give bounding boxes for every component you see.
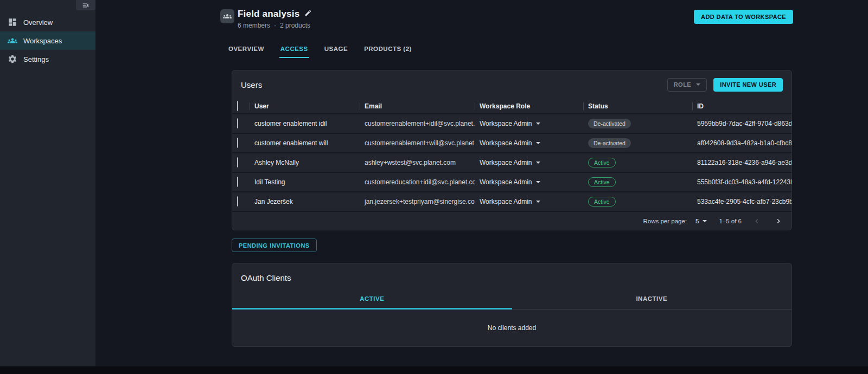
row-checkbox[interactable] bbox=[237, 196, 238, 207]
subtitle-separator: · bbox=[274, 22, 276, 29]
chevron-down-icon bbox=[703, 220, 707, 222]
column-header-workspace-role: Workspace Role bbox=[475, 102, 583, 110]
workspace-avatar bbox=[220, 9, 234, 23]
workspace-title-block: Field analysis 6 members · 2 products bbox=[238, 9, 312, 29]
gear-icon bbox=[8, 54, 17, 64]
workspace-role-dropdown[interactable]: Workspace Admin bbox=[475, 139, 583, 147]
users-panel-title: Users bbox=[241, 80, 262, 89]
user-id: 533ac4fe-2905-4cfc-afb7-23cb9b60... bbox=[692, 198, 792, 205]
workspace-role-dropdown[interactable]: Workspace Admin bbox=[475, 198, 583, 205]
products-count: 2 products bbox=[280, 22, 310, 29]
menu-collapse-icon bbox=[82, 2, 90, 9]
user-email: jan.jezersek+testpriyam@sinergise.com bbox=[360, 198, 475, 205]
pending-invitations-button[interactable]: PENDING INVITATIONS bbox=[232, 238, 317, 252]
rows-per-page-label: Rows per page: bbox=[643, 218, 687, 224]
app-window: Overview Workspaces Settings Field analy… bbox=[0, 0, 868, 366]
chevron-right-icon bbox=[774, 217, 783, 225]
workspace-role-dropdown[interactable]: Workspace Admin bbox=[475, 159, 583, 166]
status-badge: De-activated bbox=[588, 119, 631, 128]
role-filter-dropdown[interactable]: ROLE bbox=[667, 78, 707, 92]
row-checkbox[interactable] bbox=[237, 138, 238, 148]
chevron-down-icon bbox=[696, 83, 700, 86]
table-pagination: Rows per page: 5 1–5 of 6 bbox=[232, 211, 792, 230]
members-count: 6 members bbox=[238, 22, 270, 29]
tab-usage[interactable]: USAGE bbox=[323, 46, 349, 58]
next-page-button[interactable] bbox=[772, 217, 785, 225]
status-badge: Active bbox=[588, 197, 616, 207]
edit-title-button[interactable] bbox=[304, 9, 312, 19]
column-header-email: Email bbox=[360, 102, 475, 110]
main-content: Field analysis 6 members · 2 products AD… bbox=[95, 0, 868, 366]
chevron-down-icon bbox=[536, 201, 540, 203]
workspace-role-dropdown[interactable]: Workspace Admin bbox=[475, 120, 583, 127]
add-data-to-workspace-button[interactable]: ADD DATA TO WORKSPACE bbox=[694, 10, 793, 24]
oauth-clients-panel: OAuth Clients ACTIVE INACTIVE No clients… bbox=[232, 263, 792, 347]
status-cell: De-activated bbox=[583, 119, 692, 128]
sidebar-collapse-button[interactable] bbox=[76, 0, 95, 10]
table-row: Ashley McNally ashley+wstest@svc.planet.… bbox=[232, 152, 792, 172]
chevron-down-icon bbox=[536, 181, 540, 183]
user-email: customerenablement+idil@svc.planet.c... bbox=[360, 120, 475, 127]
sidebar: Overview Workspaces Settings bbox=[0, 0, 95, 366]
select-all-checkbox[interactable] bbox=[237, 101, 238, 111]
user-id: 5959bb9d-7dac-42ff-9704-d863d57... bbox=[692, 120, 792, 127]
tab-products[interactable]: PRODUCTS (2) bbox=[363, 46, 413, 58]
oauth-tab-active[interactable]: ACTIVE bbox=[232, 291, 512, 309]
users-panel-header: Users ROLE INVITE NEW USER bbox=[232, 70, 792, 99]
sidebar-item-overview[interactable]: Overview bbox=[0, 13, 95, 31]
status-badge: Active bbox=[588, 177, 616, 187]
no-clients-message: No clients added bbox=[488, 324, 536, 332]
user-name: Jan Jezeršek bbox=[250, 198, 360, 205]
chevron-down-icon bbox=[536, 142, 540, 144]
tab-access[interactable]: ACCESS bbox=[279, 46, 309, 58]
role-filter-label: ROLE bbox=[674, 81, 692, 88]
status-cell: Active bbox=[583, 197, 692, 207]
pagination-range: 1–5 of 6 bbox=[719, 218, 742, 224]
chevron-down-icon bbox=[536, 162, 540, 164]
rows-per-page-select[interactable]: 5 bbox=[695, 218, 707, 224]
oauth-panel-title: OAuth Clients bbox=[232, 263, 792, 291]
user-id: 555b0f3f-dc03-48a3-a4fd-12243b27... bbox=[692, 178, 792, 186]
user-email: customereducation+idil@svc.planet.com bbox=[360, 178, 475, 186]
user-id: 81122a16-318e-4236-a946-ae3df67... bbox=[692, 159, 792, 166]
oauth-tabs: ACTIVE INACTIVE bbox=[232, 291, 792, 309]
workspace-role-dropdown[interactable]: Workspace Admin bbox=[475, 178, 583, 186]
workspace-header: Field analysis 6 members · 2 products AD… bbox=[95, 0, 868, 29]
sidebar-item-settings[interactable]: Settings bbox=[0, 50, 95, 68]
page-title: Field analysis bbox=[238, 9, 299, 20]
user-name: customer enablement will bbox=[250, 139, 360, 147]
groups-icon bbox=[223, 12, 232, 21]
row-checkbox[interactable] bbox=[237, 118, 238, 128]
status-cell: De-activated bbox=[583, 138, 692, 148]
users-table-header: User Email Workspace Role Status ID bbox=[232, 99, 792, 113]
workspace-tabs: OVERVIEW ACCESS USAGE PRODUCTS (2) bbox=[227, 46, 868, 58]
tab-overview[interactable]: OVERVIEW bbox=[227, 46, 265, 58]
column-header-status: Status bbox=[583, 102, 692, 110]
chevron-down-icon bbox=[536, 122, 540, 125]
user-name: Ashley McNally bbox=[250, 159, 360, 166]
sidebar-item-workspaces[interactable]: Workspaces bbox=[0, 31, 95, 50]
chevron-left-icon bbox=[752, 217, 761, 225]
table-row: Jan Jezeršek jan.jezersek+testpriyam@sin… bbox=[232, 191, 792, 211]
groups-icon bbox=[8, 36, 17, 46]
user-id: af042608-9d3a-482a-b1a0-cfbc8b1e... bbox=[692, 139, 792, 147]
status-cell: Active bbox=[583, 158, 692, 167]
user-email: ashley+wstest@svc.planet.com bbox=[360, 159, 475, 166]
previous-page-button[interactable] bbox=[750, 217, 763, 225]
row-checkbox[interactable] bbox=[237, 157, 238, 167]
pencil-icon bbox=[304, 9, 312, 17]
column-header-id: ID bbox=[692, 102, 792, 110]
dashboard-icon bbox=[8, 17, 17, 27]
status-cell: Active bbox=[583, 177, 692, 187]
status-badge: De-activated bbox=[588, 138, 631, 148]
users-panel: Users ROLE INVITE NEW USER User Email Wo… bbox=[232, 70, 792, 230]
user-email: customerenablement+will@svc.planet.c... bbox=[360, 139, 475, 147]
sidebar-item-label: Overview bbox=[23, 18, 53, 27]
users-panel-actions: ROLE INVITE NEW USER bbox=[667, 78, 783, 92]
workspace-subtitle: 6 members · 2 products bbox=[238, 22, 312, 29]
invite-new-user-button[interactable]: INVITE NEW USER bbox=[713, 78, 783, 92]
column-header-user: User bbox=[250, 102, 360, 110]
row-checkbox[interactable] bbox=[237, 177, 238, 187]
oauth-tab-inactive[interactable]: INACTIVE bbox=[512, 291, 792, 309]
status-badge: Active bbox=[588, 158, 616, 167]
